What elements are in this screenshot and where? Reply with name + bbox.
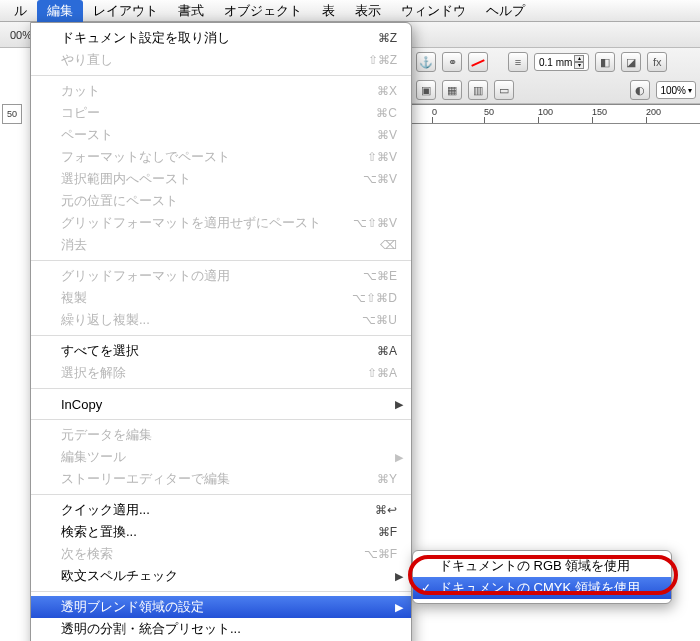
fx-icon[interactable]: fx <box>647 52 667 72</box>
check-icon: ✓ <box>421 581 431 595</box>
ruler-tick-label: 200 <box>646 107 661 117</box>
menu-item-label: InCopy <box>61 397 397 412</box>
menu-item-shortcut: ⇧⌘A <box>367 366 397 380</box>
menubar-item[interactable]: レイアウト <box>83 0 168 22</box>
link-icon[interactable]: ⚭ <box>442 52 462 72</box>
stroke-weight-field[interactable]: 0.1 mm ▴▾ <box>534 53 589 71</box>
submenu-item[interactable]: ✓ドキュメントの CMYK 領域を使用 <box>413 577 671 599</box>
ruler-tick-label: 50 <box>484 107 494 117</box>
submenu-item-label: ドキュメントの CMYK 領域を使用 <box>439 579 659 597</box>
menubar: ル編集レイアウト書式オブジェクト表表示ウィンドウヘルプ <box>0 0 700 22</box>
effects-icon[interactable]: ◧ <box>595 52 615 72</box>
menu-item: 次を検索⌥⌘F <box>31 543 411 565</box>
menu-item: 元データを編集 <box>31 424 411 446</box>
menu-item-shortcut: ⌘C <box>376 106 397 120</box>
menu-item: 複製⌥⇧⌘D <box>31 287 411 309</box>
text-wrap-icon[interactable]: ▣ <box>416 80 436 100</box>
options-bar: ⚓ ⚭ ≡ 0.1 mm ▴▾ ◧ ◪ fx ▣ ▦ ▥ ▭ ◐ 100% ▾ <box>412 48 700 104</box>
menu-item-shortcut: ⌘Z <box>378 31 397 45</box>
menu-item[interactable]: 透明ブレンド領域の設定▶ <box>31 596 411 618</box>
menu-item-label: やり直し <box>61 51 368 69</box>
opacity-field[interactable]: 100% ▾ <box>656 81 696 99</box>
menu-item-shortcut: ⌘F <box>378 525 397 539</box>
menu-item-label: クイック適用... <box>61 501 375 519</box>
anchor-icon[interactable]: ⚓ <box>416 52 436 72</box>
menu-item-label: 欧文スペルチェック <box>61 567 397 585</box>
menu-item: ストーリーエディターで編集⌘Y <box>31 468 411 490</box>
menubar-item[interactable]: ウィンドウ <box>391 0 476 22</box>
chevron-down-icon: ▾ <box>688 86 692 95</box>
menu-item: 元の位置にペースト <box>31 190 411 212</box>
menu-item-shortcut: ⌘Y <box>377 472 397 486</box>
submenu-item[interactable]: ドキュメントの RGB 領域を使用 <box>413 555 671 577</box>
submenu-arrow-icon: ▶ <box>395 451 403 464</box>
menu-item-label: 複製 <box>61 289 352 307</box>
menu-item: カット⌘X <box>31 80 411 102</box>
menu-item: コピー⌘C <box>31 102 411 124</box>
menu-item[interactable]: ドキュメント設定を取り消し⌘Z <box>31 27 411 49</box>
menu-item-shortcut: ⌥⌘E <box>363 269 397 283</box>
menu-item-label: 透明の分割・統合プリセット... <box>61 620 397 638</box>
stroke-weight-value: 0.1 mm <box>539 57 572 68</box>
menu-item[interactable]: クイック適用...⌘↩ <box>31 499 411 521</box>
object-icon[interactable]: ▥ <box>468 80 488 100</box>
menu-item-shortcut: ⌥⇧⌘D <box>352 291 397 305</box>
menubar-item[interactable]: 表 <box>312 0 345 22</box>
menu-item: やり直し⇧⌘Z <box>31 49 411 71</box>
menu-item-shortcut: ⌘V <box>377 128 397 142</box>
menu-item[interactable]: 欧文スペルチェック▶ <box>31 565 411 587</box>
menubar-item[interactable]: オブジェクト <box>214 0 312 22</box>
menu-item-shortcut: ⌥⌘F <box>364 547 397 561</box>
transparency-blend-space-submenu: ドキュメントの RGB 領域を使用✓ドキュメントの CMYK 領域を使用 <box>412 550 672 604</box>
ruler-tick-label: 0 <box>432 107 437 117</box>
menu-item-label: すべてを選択 <box>61 342 377 360</box>
menubar-item[interactable]: 表示 <box>345 0 391 22</box>
submenu-arrow-icon: ▶ <box>395 398 403 411</box>
menubar-item[interactable]: 編集 <box>37 0 83 22</box>
menu-item[interactable]: InCopy▶ <box>31 393 411 415</box>
menu-item-shortcut: ⌫ <box>380 238 397 252</box>
menu-item: グリッドフォーマットの適用⌥⌘E <box>31 265 411 287</box>
menu-item-label: ドキュメント設定を取り消し <box>61 29 378 47</box>
menu-item-shortcut: ⌥⌘U <box>362 313 397 327</box>
menu-item-label: 編集ツール <box>61 448 397 466</box>
fill-none-icon[interactable] <box>468 52 488 72</box>
submenu-arrow-icon: ▶ <box>395 601 403 614</box>
menu-item-shortcut: ⌘X <box>377 84 397 98</box>
menu-item[interactable]: 透明の分割・統合プリセット... <box>31 618 411 640</box>
menu-item-shortcut: ⇧⌘V <box>367 150 397 164</box>
menu-item[interactable]: 検索と置換...⌘F <box>31 521 411 543</box>
menu-item-shortcut: ⌥⇧⌘V <box>353 216 397 230</box>
menu-item-shortcut: ⌘A <box>377 344 397 358</box>
opacity-value: 100% <box>660 85 686 96</box>
opacity-icon: ◐ <box>630 80 650 100</box>
ruler-tick-label: 100 <box>538 107 553 117</box>
menu-item-label: グリッドフォーマットを適用せずにペースト <box>61 214 353 232</box>
menu-item: 選択範囲内へペースト⌥⌘V <box>31 168 411 190</box>
menu-item-label: 選択範囲内へペースト <box>61 170 363 188</box>
menu-item: 編集ツール▶ <box>31 446 411 468</box>
side-ruler-marker: 50 <box>2 104 22 124</box>
menu-item[interactable]: すべてを選択⌘A <box>31 340 411 362</box>
menu-item-label: フォーマットなしでペースト <box>61 148 367 166</box>
drop-shadow-icon[interactable]: ◪ <box>621 52 641 72</box>
menu-item: ペースト⌘V <box>31 124 411 146</box>
menu-item-label: 繰り返し複製... <box>61 311 362 329</box>
menu-item-label: コピー <box>61 104 376 122</box>
menu-item-label: ペースト <box>61 126 377 144</box>
menu-item-label: グリッドフォーマットの適用 <box>61 267 363 285</box>
menu-item-shortcut: ⇧⌘Z <box>368 53 397 67</box>
menu-item-label: 検索と置換... <box>61 523 378 541</box>
container-icon[interactable]: ▭ <box>494 80 514 100</box>
menu-item-label: 元の位置にペースト <box>61 192 397 210</box>
stroke-stepper[interactable]: ▴▾ <box>574 55 584 69</box>
ruler-tick-label: 150 <box>592 107 607 117</box>
menu-item: 選択を解除⇧⌘A <box>31 362 411 384</box>
menu-item-label: 次を検索 <box>61 545 364 563</box>
grid-icon[interactable]: ▦ <box>442 80 462 100</box>
menubar-item[interactable]: ル <box>4 0 37 22</box>
menubar-item[interactable]: 書式 <box>168 0 214 22</box>
horizontal-ruler: 050100150200 <box>412 104 700 124</box>
menubar-item[interactable]: ヘルプ <box>476 0 535 22</box>
edit-menu-dropdown: ドキュメント設定を取り消し⌘Zやり直し⇧⌘Zカット⌘Xコピー⌘Cペースト⌘Vフォ… <box>30 22 412 641</box>
